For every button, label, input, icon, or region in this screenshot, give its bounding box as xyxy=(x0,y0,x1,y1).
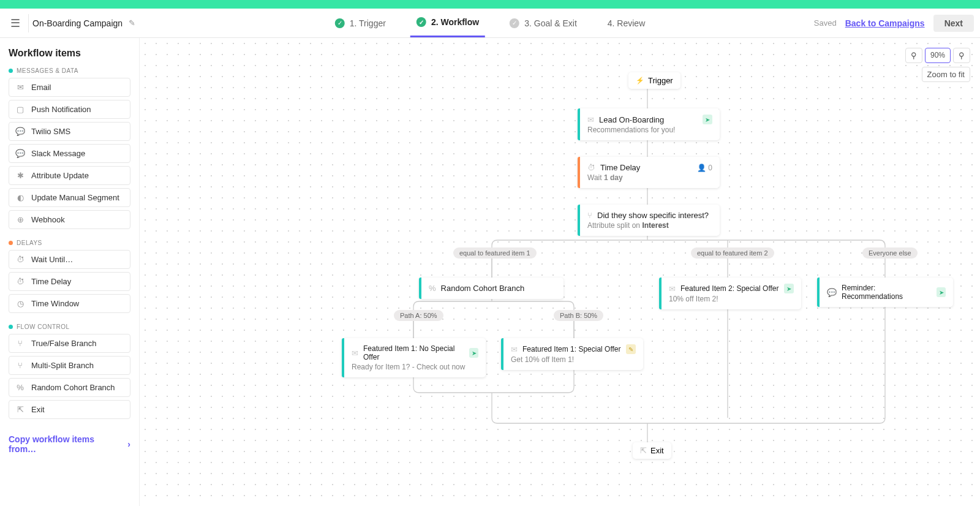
node-exit[interactable]: ⇱ Exit xyxy=(633,442,671,459)
percent-icon: % xyxy=(429,284,436,293)
branch-label-1: equal to featured item 1 xyxy=(453,247,537,259)
sidebar-title: Workflow items xyxy=(9,48,130,59)
chat-icon: 💬 xyxy=(827,288,837,297)
node-item1-no-offer[interactable]: ✉Featured Item 1: No Special Offer➤ Read… xyxy=(342,338,486,377)
step-workflow[interactable]: ✓2. Workflow xyxy=(410,9,485,37)
bolt-icon: ⚡ xyxy=(636,77,644,85)
send-icon: ➤ xyxy=(784,284,794,293)
exit-icon: ⇱ xyxy=(15,405,25,414)
node-attribute-split[interactable]: ⑂Did they show specific interest? Attrib… xyxy=(578,205,720,236)
item-email[interactable]: ✉Email xyxy=(9,78,130,97)
group-delays-label: DELAYS xyxy=(9,240,130,246)
send-icon: ➤ xyxy=(937,287,946,297)
hamburger-icon[interactable]: ☰ xyxy=(6,17,24,30)
zoom-value[interactable]: 90% xyxy=(925,48,951,63)
chat-icon: 💬 xyxy=(15,127,25,136)
dot-icon xyxy=(9,69,13,73)
exit-icon: ⇱ xyxy=(640,446,647,455)
envelope-icon: ✉ xyxy=(511,345,518,354)
zoom-in-button[interactable]: ⚲ xyxy=(953,48,970,63)
phone-icon: ▢ xyxy=(15,105,25,114)
item-attribute[interactable]: ✱Attribute Update xyxy=(9,166,130,185)
percent-icon: % xyxy=(15,383,25,392)
saved-label: Saved xyxy=(814,18,837,28)
attribute-icon: ✱ xyxy=(15,171,25,180)
stopwatch-icon: ⏱ xyxy=(587,163,595,172)
step-trigger[interactable]: ✓1. Trigger xyxy=(329,9,392,37)
item-exit[interactable]: ⇱Exit xyxy=(9,400,130,419)
node-item2-offer[interactable]: ✉Featured Item 2: Special Offer➤ 10% off… xyxy=(659,278,801,309)
node-reminder[interactable]: 💬Reminder: Recommendations➤ xyxy=(817,278,953,307)
back-link[interactable]: Back to Campaigns xyxy=(845,18,925,28)
trigger-node[interactable]: ⚡ Trigger xyxy=(628,72,680,89)
edit-icon[interactable]: ✎ xyxy=(129,18,135,28)
header: ☰ On-Boarding Campaign ✎ ✓1. Trigger ✓2.… xyxy=(0,9,980,38)
step-review[interactable]: 4. Review xyxy=(601,9,651,37)
node-item1-offer[interactable]: ✉Featured Item 1: Special Offer✎ Get 10%… xyxy=(501,338,643,370)
connector-lines xyxy=(140,38,980,506)
brand-bar xyxy=(0,0,980,9)
group-messages-label: MESSAGES & DATA xyxy=(9,67,130,74)
dot-icon xyxy=(9,241,13,245)
item-tf-branch[interactable]: ⑂True/False Branch xyxy=(9,334,130,353)
group-flow-label: FLOW CONTROL xyxy=(9,323,130,330)
zoom-controls: ⚲ 90% ⚲ Zoom to fit xyxy=(905,48,970,82)
node-random-cohort[interactable]: %Random Cohort Branch xyxy=(419,278,564,299)
clock-icon: ◷ xyxy=(15,299,25,308)
divider xyxy=(28,14,29,32)
chat-icon: 💬 xyxy=(15,149,25,158)
branch-icon: ⑂ xyxy=(587,211,592,220)
workflow-canvas[interactable]: ⚲ 90% ⚲ Zoom to fit xyxy=(140,38,980,506)
envelope-icon: ✉ xyxy=(587,115,594,124)
item-time-delay[interactable]: ⏱Time Delay xyxy=(9,272,130,291)
branch-label-2: equal to featured item 2 xyxy=(691,247,774,259)
next-button[interactable]: Next xyxy=(933,15,974,32)
item-push[interactable]: ▢Push Notification xyxy=(9,100,130,119)
node-time-delay[interactable]: ⏱Time Delay👤0 Wait 1 day xyxy=(578,157,720,188)
check-icon: ✓ xyxy=(417,17,426,27)
chevron-right-icon: › xyxy=(127,439,130,449)
draft-icon: ✎ xyxy=(626,344,636,354)
header-right: Saved Back to Campaigns Next xyxy=(814,15,974,32)
branch-path-a: Path A: 50% xyxy=(394,310,443,321)
globe-icon: ⊕ xyxy=(15,215,25,224)
node-lead-onboarding[interactable]: ✉Lead On-Boarding➤ Recommendations for y… xyxy=(578,108,720,140)
sync-icon: ◐ xyxy=(15,193,25,202)
send-icon: ➤ xyxy=(469,348,478,358)
item-webhook[interactable]: ⊕Webhook xyxy=(9,210,130,229)
campaign-title: On-Boarding Campaign xyxy=(32,18,129,28)
item-time-window[interactable]: ◷Time Window xyxy=(9,294,130,313)
check-icon: ✓ xyxy=(335,18,345,28)
branch-icon: ⑂ xyxy=(15,361,25,370)
stepper: ✓1. Trigger ✓2. Workflow ✓3. Goal & Exit… xyxy=(329,9,652,37)
item-slack[interactable]: 💬Slack Message xyxy=(9,144,130,163)
zoom-out-button[interactable]: ⚲ xyxy=(905,48,922,63)
zoom-fit-button[interactable]: Zoom to fit xyxy=(922,67,970,82)
envelope-icon: ✉ xyxy=(15,83,25,92)
sidebar: Workflow items MESSAGES & DATA ✉Email ▢P… xyxy=(0,38,140,506)
dot-icon xyxy=(9,325,13,329)
branch-label-3: Everyone else xyxy=(862,247,918,259)
user-icon: 👤 xyxy=(697,164,706,172)
branch-path-b: Path B: 50% xyxy=(554,310,603,321)
stopwatch-icon: ⏱ xyxy=(15,255,25,264)
send-icon: ➤ xyxy=(703,115,712,124)
copy-workflow-link[interactable]: Copy workflow items from…› xyxy=(9,434,130,454)
stopwatch-icon: ⏱ xyxy=(15,277,25,286)
item-segment[interactable]: ◐Update Manual Segment xyxy=(9,188,130,207)
item-wait-until[interactable]: ⏱Wait Until… xyxy=(9,250,130,269)
envelope-icon: ✉ xyxy=(352,349,358,358)
item-sms[interactable]: 💬Twilio SMS xyxy=(9,122,130,141)
step-goal[interactable]: ✓3. Goal & Exit xyxy=(503,9,583,37)
item-multi-branch[interactable]: ⑂Multi-Split Branch xyxy=(9,356,130,375)
user-count: 👤0 xyxy=(697,164,712,172)
idle-icon: ✓ xyxy=(510,18,519,28)
item-random-branch[interactable]: %Random Cohort Branch xyxy=(9,378,130,397)
envelope-icon: ✉ xyxy=(669,284,676,293)
branch-icon: ⑂ xyxy=(15,339,25,348)
